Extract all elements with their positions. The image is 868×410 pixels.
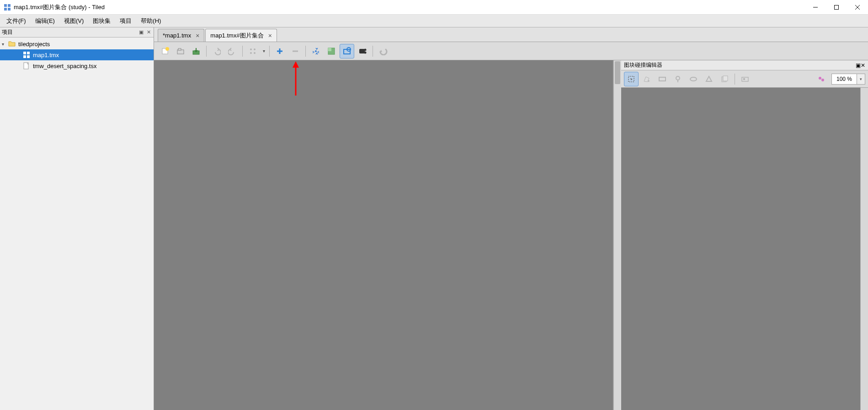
- close-icon[interactable]: ×: [196, 32, 199, 39]
- tileset-canvas[interactable]: [154, 60, 613, 410]
- menu-edit[interactable]: 编辑(E): [31, 15, 59, 27]
- redo-button[interactable]: [225, 44, 240, 59]
- objects-view-button[interactable]: [814, 72, 829, 86]
- add-tile-button[interactable]: [272, 44, 287, 59]
- annotation-arrow-icon: [291, 61, 300, 98]
- svg-rect-0: [4, 4, 7, 7]
- window-controls: [805, 0, 868, 15]
- select-objects-button[interactable]: [624, 72, 639, 86]
- tree-file-selected[interactable]: map1.tmx: [0, 49, 154, 60]
- tree-file[interactable]: tmw_desert_spacing.tsx: [0, 60, 154, 71]
- svg-rect-36: [659, 77, 666, 81]
- svg-point-37: [676, 76, 680, 80]
- panel-float-icon[interactable]: ▣: [856, 62, 861, 69]
- svg-point-31: [364, 48, 367, 51]
- svg-point-19: [254, 48, 256, 50]
- svg-rect-2: [4, 8, 7, 11]
- titlebar: map1.tmx#图片集合 (study) - Tiled: [0, 0, 868, 15]
- svg-rect-27: [328, 48, 331, 51]
- document-tabs: *map1.tmx × map1.tmx#图片集合 ×: [154, 27, 868, 42]
- svg-point-32: [364, 51, 367, 53]
- vertical-scrollbar[interactable]: [613, 60, 621, 410]
- close-button[interactable]: [847, 0, 868, 15]
- svg-rect-9: [27, 52, 30, 54]
- svg-rect-10: [23, 55, 26, 58]
- project-tree: ▾ tiledprojects map1.tmx tmw_desert_spac…: [0, 37, 154, 72]
- panel-close-icon[interactable]: ✕: [861, 62, 865, 69]
- separator: [242, 46, 243, 57]
- separator: [305, 46, 306, 57]
- svg-point-18: [250, 48, 252, 50]
- remove-tile-button[interactable]: [288, 44, 303, 59]
- chevron-down-icon: ▾: [2, 42, 8, 47]
- separator: [269, 46, 270, 57]
- tab-map1[interactable]: *map1.tmx ×: [158, 29, 204, 42]
- tab-tileset[interactable]: map1.tmx#图片集合 ×: [205, 29, 277, 42]
- collision-panel-title: 图块碰撞编辑器: [624, 61, 856, 69]
- svg-rect-8: [23, 52, 26, 54]
- rectangle-button[interactable]: [655, 72, 670, 86]
- close-icon[interactable]: ×: [268, 32, 272, 39]
- svg-point-45: [821, 79, 824, 81]
- vertical-scrollbar[interactable]: [860, 88, 868, 410]
- project-panel-title: 项目: [2, 28, 137, 36]
- undo-button[interactable]: [209, 44, 224, 59]
- tab-label: map1.tmx#图片集合: [210, 32, 263, 40]
- svg-rect-43: [743, 78, 745, 80]
- separator: [206, 46, 207, 57]
- svg-point-25: [315, 50, 317, 52]
- menu-file[interactable]: 文件(F): [2, 15, 31, 27]
- point-button[interactable]: [671, 72, 685, 86]
- svg-rect-3: [8, 8, 11, 11]
- minimize-button[interactable]: [805, 0, 826, 15]
- svg-marker-34: [293, 61, 299, 68]
- separator: [735, 74, 735, 85]
- scrollbar-thumb[interactable]: [615, 61, 620, 84]
- dropdown-arrow-icon[interactable]: ▾: [857, 74, 865, 84]
- separator: [373, 46, 373, 57]
- tree-folder[interactable]: ▾ tiledprojects: [0, 38, 154, 49]
- animation-editor-button[interactable]: [355, 44, 370, 59]
- project-panel-header: 项目 ▣ ✕: [0, 27, 154, 37]
- ellipse-button[interactable]: [686, 72, 701, 86]
- svg-rect-5: [835, 5, 839, 9]
- map-file-icon: [23, 51, 30, 59]
- terrain-button[interactable]: [324, 44, 339, 59]
- panel-float-icon[interactable]: ▣: [138, 29, 144, 36]
- svg-point-39: [690, 77, 697, 81]
- window-title: map1.tmx#图片集合 (study) - Tiled: [14, 3, 805, 11]
- back-button[interactable]: [376, 44, 390, 59]
- save-button[interactable]: [189, 44, 203, 59]
- polygon-button[interactable]: [702, 72, 716, 86]
- menu-view[interactable]: 视图(V): [59, 15, 88, 27]
- file-label: map1.tmx: [33, 52, 59, 59]
- new-button[interactable]: [158, 44, 172, 59]
- panel-close-icon[interactable]: ✕: [145, 29, 152, 36]
- zoom-value: 100 %: [832, 76, 857, 82]
- folder-label: tiledprojects: [18, 41, 50, 48]
- maximize-button[interactable]: [826, 0, 847, 15]
- menu-help[interactable]: 帮助(H): [136, 15, 165, 27]
- app-logo-icon: [4, 4, 11, 11]
- svg-point-21: [254, 52, 256, 54]
- svg-point-44: [819, 77, 821, 80]
- menu-tileset[interactable]: 图块集: [88, 15, 115, 27]
- open-button[interactable]: [173, 44, 188, 59]
- template-button[interactable]: [717, 72, 732, 86]
- command-button[interactable]: [245, 44, 260, 59]
- edit-polygons-button[interactable]: [639, 72, 654, 86]
- tab-label: *map1.tmx: [163, 32, 191, 39]
- collision-toolbar: 100 % ▾: [621, 70, 868, 88]
- project-panel: 项目 ▣ ✕ ▾ tiledprojects map1.tmx tmw_dese…: [0, 27, 154, 410]
- menu-project[interactable]: 项目: [115, 15, 136, 27]
- zoom-input[interactable]: 100 % ▾: [831, 74, 865, 85]
- insert-tile-button[interactable]: [738, 72, 752, 86]
- collision-editor-panel: 图块碰撞编辑器 ▣ ✕ 100 %: [621, 60, 868, 410]
- collision-editor-button[interactable]: [340, 44, 354, 59]
- dropdown-arrow-icon[interactable]: ▾: [261, 48, 266, 53]
- svg-rect-11: [27, 55, 30, 58]
- collision-canvas[interactable]: [621, 88, 868, 410]
- tile-properties-button[interactable]: [309, 44, 323, 59]
- tsx-file-icon: [23, 62, 30, 69]
- svg-point-20: [250, 52, 252, 54]
